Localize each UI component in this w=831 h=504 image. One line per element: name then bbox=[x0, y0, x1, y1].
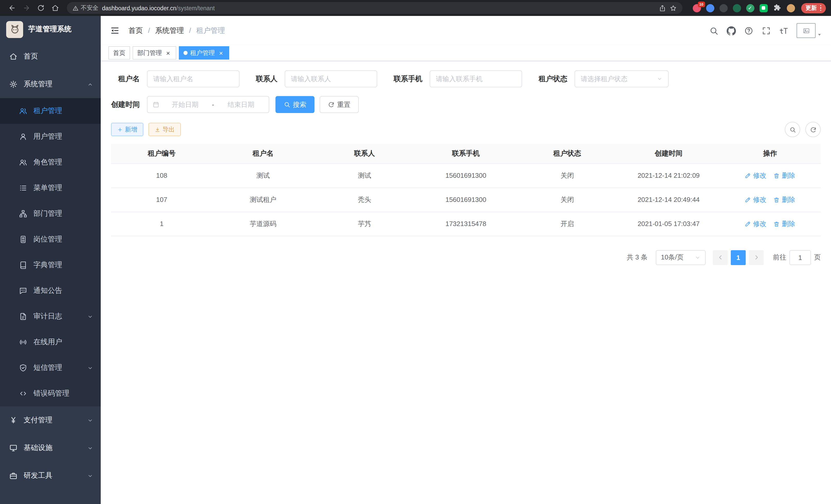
tab-tenant[interactable]: 租户管理 × bbox=[179, 46, 229, 60]
toggle-search-button[interactable] bbox=[785, 122, 800, 137]
extension-icon-3[interactable] bbox=[719, 4, 727, 12]
url-text: dashboard.yudao.iocoder.cn/system/tenant bbox=[102, 5, 215, 11]
cell-operations: 修改删除 bbox=[719, 187, 821, 212]
edit-link[interactable]: 修改 bbox=[745, 219, 767, 228]
delete-link[interactable]: 删除 bbox=[774, 219, 795, 228]
sidebar-item-label: 通知公告 bbox=[33, 286, 62, 295]
sidebar-item-payment[interactable]: 支付管理 bbox=[0, 406, 101, 434]
extension-icon-1[interactable]: 10 bbox=[692, 4, 701, 12]
devtool-icon bbox=[9, 472, 18, 480]
close-icon[interactable]: × bbox=[165, 49, 172, 57]
sidebar-item-label: 在线用户 bbox=[33, 337, 62, 347]
reset-button[interactable]: 重置 bbox=[320, 96, 359, 113]
tenant-name-label: 租户名 bbox=[111, 74, 140, 84]
table-toolbar: 新增 导出 bbox=[111, 122, 821, 137]
sidebar-item-notice[interactable]: 通知公告 bbox=[0, 278, 101, 304]
cell-created: 2021-12-14 21:02:09 bbox=[618, 164, 719, 187]
edit-link[interactable]: 修改 bbox=[745, 171, 767, 180]
update-label: 更新 bbox=[806, 4, 817, 12]
help-button[interactable] bbox=[744, 26, 753, 35]
sidebar-item-tenant[interactable]: 租户管理 bbox=[0, 98, 101, 124]
sidebar-item-role[interactable]: 角色管理 bbox=[0, 149, 101, 175]
share-icon[interactable] bbox=[659, 4, 666, 11]
export-button[interactable]: 导出 bbox=[148, 123, 181, 136]
delete-link[interactable]: 删除 bbox=[774, 171, 795, 180]
url-bar[interactable]: 不安全 dashboard.yudao.iocoder.cn/system/te… bbox=[67, 2, 682, 14]
github-button[interactable] bbox=[727, 26, 736, 35]
extension-icon-6[interactable] bbox=[759, 4, 768, 12]
extension-badge: 10 bbox=[698, 1, 705, 7]
tab-label: 首页 bbox=[113, 49, 125, 57]
next-page-button[interactable] bbox=[749, 250, 764, 265]
tenant-name-input[interactable] bbox=[147, 70, 239, 87]
sidebar-item-sms[interactable]: 短信管理 bbox=[0, 355, 101, 381]
star-icon[interactable] bbox=[669, 4, 677, 11]
puzzle-icon[interactable] bbox=[773, 4, 781, 12]
tab-home[interactable]: 首页 bbox=[109, 46, 130, 60]
fullscreen-button[interactable] bbox=[762, 26, 771, 35]
sidebar-item-post[interactable]: 岗位管理 bbox=[0, 227, 101, 252]
cell-tenant-id: 108 bbox=[111, 164, 212, 187]
sidebar-item-infra[interactable]: 基础设施 bbox=[0, 434, 101, 462]
total-count: 共 3 条 bbox=[627, 253, 648, 262]
status-select[interactable]: 请选择租户状态 bbox=[575, 70, 668, 87]
date-range-picker[interactable]: 开始日期 - 结束日期 bbox=[147, 96, 269, 113]
sidebar-item-user[interactable]: 用户管理 bbox=[0, 124, 101, 149]
update-button[interactable]: 更新 bbox=[801, 3, 826, 13]
sidebar-item-dept[interactable]: 部门管理 bbox=[0, 201, 101, 227]
app-logo[interactable]: 芋道管理系统 bbox=[0, 16, 101, 42]
close-icon[interactable]: × bbox=[218, 49, 225, 57]
page-size-select[interactable]: 10条/页 bbox=[656, 250, 706, 265]
sidebar-item-errcode[interactable]: 错误码管理 bbox=[0, 381, 101, 406]
extension-icon-2[interactable] bbox=[706, 4, 714, 12]
home-button[interactable] bbox=[48, 1, 62, 14]
chevron-down-icon bbox=[87, 314, 93, 319]
chevron-down-icon bbox=[695, 255, 700, 260]
extension-icon-4[interactable] bbox=[733, 4, 741, 12]
breadcrumb-item[interactable]: 首页 bbox=[128, 26, 143, 35]
reload-button[interactable] bbox=[34, 1, 47, 14]
phone-input[interactable] bbox=[430, 70, 522, 87]
url-domain: dashboard.yudao.iocoder.cn bbox=[102, 5, 176, 11]
sidebar-item-dict[interactable]: 字典管理 bbox=[0, 252, 101, 278]
tenant-table: 租户编号 租户名 联系人 联系手机 租户状态 创建时间 操作 108 测试 bbox=[111, 144, 821, 236]
filter-row-1: 租户名 联系人 联系手机 租户状态 请选择租户状态 bbox=[111, 70, 821, 87]
refresh-icon bbox=[810, 126, 816, 133]
sidebar-item-system[interactable]: 系统管理 bbox=[0, 70, 101, 98]
sidebar-item-audit-log[interactable]: 审计日志 bbox=[0, 304, 101, 329]
search-button[interactable]: 搜索 bbox=[276, 96, 315, 113]
contact-input[interactable] bbox=[285, 70, 377, 87]
breadcrumb-item[interactable]: 系统管理 bbox=[143, 26, 184, 35]
page-size-value: 10条/页 bbox=[661, 253, 684, 262]
prev-page-button[interactable] bbox=[713, 250, 728, 265]
fold-icon[interactable] bbox=[110, 26, 120, 35]
goto-page-input[interactable] bbox=[790, 250, 811, 265]
refresh-table-button[interactable] bbox=[805, 122, 821, 137]
back-button[interactable] bbox=[5, 1, 19, 14]
extension-icon-5[interactable]: ✓ bbox=[746, 4, 754, 12]
column-header: 租户状态 bbox=[516, 144, 618, 164]
active-dot bbox=[183, 51, 188, 55]
profile-avatar-icon[interactable] bbox=[786, 4, 795, 12]
sidebar-item-online[interactable]: 在线用户 bbox=[0, 329, 101, 355]
delete-link[interactable]: 删除 bbox=[774, 195, 795, 204]
header-search-button[interactable] bbox=[709, 26, 718, 35]
online-icon bbox=[19, 338, 27, 346]
status-label: 租户状态 bbox=[539, 74, 567, 84]
page-number-button[interactable]: 1 bbox=[731, 250, 746, 265]
tab-dept[interactable]: 部门管理 × bbox=[133, 46, 176, 60]
main-area: 首页 系统管理 租户管理 bbox=[101, 16, 831, 504]
add-button[interactable]: 新增 bbox=[111, 123, 143, 136]
reload-icon bbox=[37, 4, 45, 12]
forward-button[interactable] bbox=[20, 1, 33, 14]
security-indicator[interactable]: 不安全 bbox=[73, 4, 98, 12]
column-header: 操作 bbox=[719, 144, 821, 164]
sidebar-item-menu[interactable]: 菜单管理 bbox=[0, 175, 101, 201]
pay-icon bbox=[9, 416, 18, 424]
edit-label: 修改 bbox=[753, 171, 767, 180]
font-size-button[interactable] bbox=[779, 26, 789, 35]
sidebar-item-home[interactable]: 首页 bbox=[0, 42, 101, 70]
user-avatar-menu[interactable] bbox=[797, 23, 822, 38]
edit-link[interactable]: 修改 bbox=[745, 195, 767, 204]
sidebar-item-devtools[interactable]: 研发工具 bbox=[0, 462, 101, 490]
